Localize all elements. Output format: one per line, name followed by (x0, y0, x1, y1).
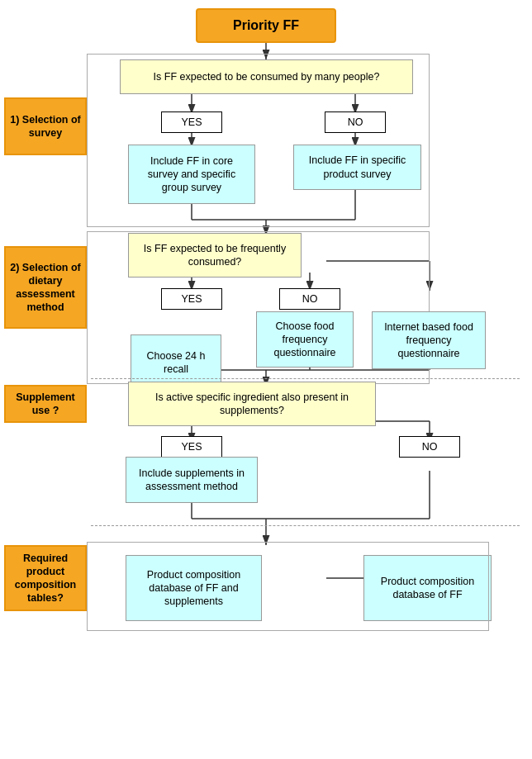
flowchart: Priority FF 1) Selection of survey Is FF… (0, 0, 532, 17)
cyan3a-box: Include supplements in assessment method (126, 457, 258, 503)
question1-box: Is FF expected to be consumed by many pe… (120, 59, 413, 94)
label-selection-survey: 1) Selection of survey (4, 97, 87, 155)
cyan1b-box: Include FF in specific product survey (293, 145, 421, 190)
no1-box: NO (325, 111, 386, 133)
label-supplement-use: Supplement use ? (4, 385, 87, 423)
question3-box: Is active specific ingredient also prese… (128, 382, 376, 426)
yes2-box: YES (161, 288, 222, 310)
yes1-box: YES (161, 111, 222, 133)
cyan2b-box: Choose food frequency questionnaire (256, 311, 354, 368)
label-product-composition: Required product composition tables? (4, 545, 87, 611)
question2-box: Is FF expected to be frequently consumed… (128, 233, 302, 278)
no2-box: NO (279, 288, 340, 310)
title-box: Priority FF (196, 8, 336, 43)
section4-outline (87, 542, 489, 631)
dashed-line-2 (91, 525, 520, 526)
dashed-line-1 (91, 378, 520, 379)
no3-box: NO (399, 436, 460, 458)
label-dietary-assessment: 2) Selection of dietary assessment metho… (4, 246, 87, 329)
yes3-box: YES (161, 436, 222, 458)
cyan2c-box: Internet based food frequency questionna… (372, 311, 486, 369)
cyan1a-box: Include FF in core survey and specific g… (128, 145, 255, 204)
